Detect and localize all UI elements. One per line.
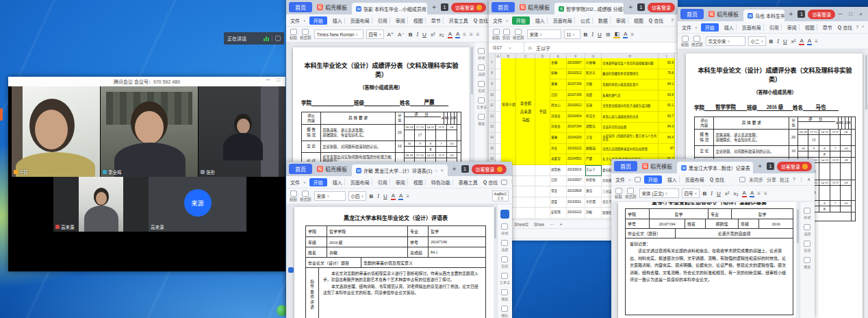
menu-item[interactable]: 表格工具 — [457, 179, 480, 186]
menu-item[interactable]: 开发工具 — [447, 17, 470, 24]
italic-button[interactable]: I — [591, 32, 594, 38]
sheet-cell[interactable]: 彭晓慧 — [550, 208, 567, 219]
tab-home[interactable]: 首页 — [289, 2, 312, 12]
format-painter-button[interactable]: 格式刷 — [513, 29, 524, 40]
comment-label[interactable]: 批注 — [780, 176, 789, 183]
sheet-cell[interactable]: 宋暖莹 — [550, 154, 567, 165]
menu-item[interactable]: 插入 — [533, 17, 548, 24]
menu-item[interactable]: 视图 — [803, 24, 817, 31]
star-icon[interactable]: ☆ — [434, 168, 438, 173]
bold-button[interactable]: B — [408, 32, 413, 38]
menu-item-active[interactable]: 开始 — [309, 16, 327, 25]
tab-templates[interactable]: 稻稻壳模板 — [706, 10, 741, 18]
new-tab-button[interactable]: + — [450, 165, 459, 173]
menu-item[interactable]: 章节 — [429, 17, 444, 24]
bold-button[interactable]: B — [769, 38, 774, 45]
font-size-select[interactable]: 11∨ — [564, 29, 580, 39]
grade-cell[interactable]: 7 — [830, 201, 841, 212]
sheet-cell[interactable]: 20161512 — [567, 69, 585, 80]
column-header[interactable]: C — [516, 53, 535, 58]
font-size-select[interactable]: 小二∨ — [748, 36, 766, 46]
sheet-cell[interactable]: 82.9 — [659, 58, 675, 69]
fill-color-button[interactable]: ◧ — [613, 31, 620, 38]
video-tile[interactable]: 于跃 — [12, 86, 100, 177]
grade-cell[interactable]: 14-12 — [819, 180, 830, 200]
sheet-cell[interactable] — [535, 186, 550, 197]
find-button[interactable]: Q查找 — [483, 179, 498, 186]
sync-icon[interactable] — [739, 177, 745, 182]
font-family-select[interactable]: 华文中宋∨ — [706, 36, 745, 46]
sheet-cell[interactable] — [496, 123, 501, 134]
sheet-cell[interactable]: 论休谟怀疑论及人性论的道德根源问题 — [602, 58, 659, 69]
format-painter-button[interactable]: 格式刷 — [300, 191, 311, 202]
sheet-cell[interactable]: 87 — [659, 144, 675, 155]
sheet-cell[interactable]: 审美心态与道德修养的关系 — [602, 112, 659, 123]
sheet-cell[interactable]: 论西方法律精神演变中的自由思想 — [602, 144, 659, 155]
guest-login-button[interactable]: 访客登录 — [451, 3, 486, 12]
grade-cell[interactable]: ≤6 — [446, 141, 457, 152]
sync-icon[interactable] — [501, 180, 507, 185]
sheet-cell[interactable]: 81.1 — [659, 101, 675, 112]
shrink-font-button[interactable]: A⁻ — [397, 32, 405, 38]
sheet-tab-2[interactable]: Sheet2 — [514, 222, 528, 227]
grade-cell[interactable]: 11-9 — [830, 130, 841, 145]
sheet-cell[interactable] — [501, 80, 516, 90]
menu-item[interactable]: 审阅 — [614, 17, 628, 24]
sheet-cell[interactable]: 论诺齐克的自由观 — [602, 123, 659, 134]
video-tile[interactable]: 李全辉 — [101, 86, 198, 177]
video-tile[interactable]: 高来源 — [53, 177, 149, 232]
sheet-cell[interactable]: 许敏 — [585, 80, 602, 90]
find-button[interactable]: Q查找 — [649, 17, 663, 24]
menu-item[interactable]: 插入 — [722, 24, 737, 31]
sheet-cell[interactable]: 辛世韬 — [585, 197, 602, 208]
row-header[interactable]: 7 — [489, 58, 496, 69]
find-button[interactable]: Q查找 — [710, 176, 724, 183]
align-center-button[interactable]: ≡ — [470, 32, 474, 38]
sheet-cell[interactable]: 佟浩生 — [585, 112, 602, 123]
sheet-cell[interactable]: 20163012 — [567, 101, 585, 112]
sheet-cell[interactable]: 张晨 — [585, 90, 602, 101]
sheet-cell[interactable] — [496, 80, 501, 90]
location-pin-icon[interactable] — [500, 210, 509, 219]
sheet-cell[interactable]: 79.8 — [659, 69, 675, 80]
sheet-cell[interactable]: 20163608 — [567, 186, 585, 197]
tab-home[interactable]: 首页 — [614, 161, 637, 171]
collapse-ribbon-icon[interactable]: ^ — [862, 25, 864, 29]
superscript-button[interactable]: x² — [724, 191, 730, 197]
sheet-cell[interactable]: 20167194 — [567, 123, 585, 134]
align-left-button[interactable]: ≡ — [757, 191, 761, 197]
sheet-cell[interactable]: 从尼采的《悲剧的诞生》看艺术与人生的关系 — [602, 133, 659, 144]
menu-item[interactable]: 页面布局 — [348, 17, 372, 24]
column-header[interactable]: G — [585, 53, 602, 58]
grade-cell[interactable]: 10 — [405, 141, 415, 152]
shapes-tool[interactable]: 形状 — [501, 256, 508, 268]
menu-item[interactable]: 页面布局 — [551, 17, 575, 24]
sheet-cell[interactable] — [516, 165, 535, 176]
font-family-select[interactable]: Times New Roman∨ — [314, 29, 363, 39]
sheet-cell[interactable] — [501, 123, 516, 134]
sheet-tab-3[interactable]: Shee — [534, 222, 544, 227]
tab-home[interactable]: 首页 — [492, 2, 515, 12]
grade-cell[interactable]: ≤8 — [446, 125, 457, 140]
select-tool[interactable]: 选择 — [804, 224, 810, 236]
icons-tool[interactable]: 图标 — [501, 306, 508, 317]
file-menu[interactable]: 文件 — [290, 17, 300, 24]
column-header[interactable]: B — [501, 53, 516, 58]
tab-templates[interactable]: 稻稻壳模板 — [315, 3, 349, 11]
sheet-cell[interactable] — [516, 208, 535, 219]
sheet-cell[interactable]: 金琳 — [550, 58, 567, 69]
sheet-cell[interactable] — [496, 144, 501, 155]
select-tool[interactable]: 选择 — [501, 240, 508, 252]
underline-button[interactable]: U — [422, 32, 427, 38]
sheet-cell[interactable]: 胡雪梅 — [550, 165, 567, 176]
tab-templates[interactable]: 稻稻壳模板 — [518, 3, 552, 11]
highlight-button[interactable]: A — [448, 31, 452, 38]
row-header[interactable]: 8 — [489, 69, 496, 80]
sheet-cell[interactable] — [535, 165, 550, 176]
sheet-cell[interactable]: 吕欣 — [550, 176, 567, 187]
format-painter-button[interactable]: 格式刷 — [300, 29, 311, 40]
paste-button[interactable]: 粘贴 — [615, 188, 622, 199]
tab-templates[interactable]: 稻稻壳模板 — [640, 162, 674, 170]
format-painter-button[interactable]: 格式刷 — [691, 36, 703, 47]
guest-login-button[interactable]: 访客登录 — [648, 3, 675, 12]
